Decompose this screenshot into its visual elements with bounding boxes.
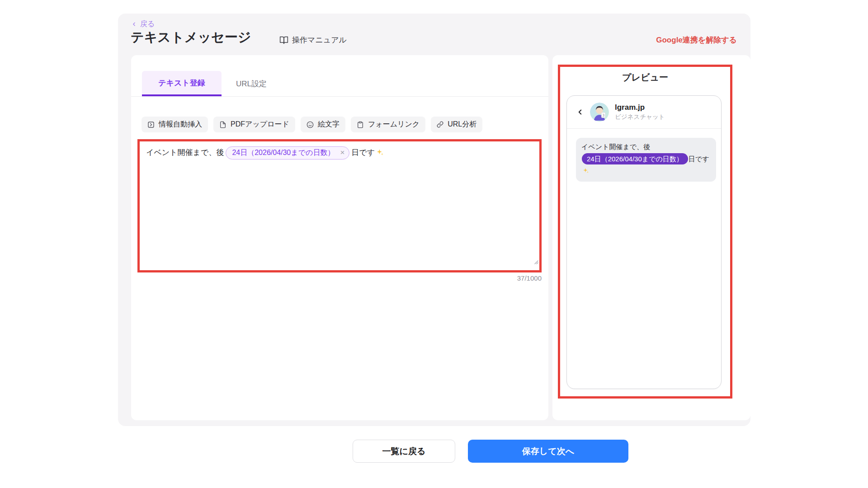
content-card: 戻る テキストメッセージ 操作マニュアル Google連携を解除する テキスト登… <box>118 14 750 426</box>
tab-text-register[interactable]: テキスト登録 <box>142 71 222 96</box>
chat-message-bubble: イベント開催まで、後 24日（2026/04/30までの日数）日です <box>576 138 716 182</box>
back-to-list-button[interactable]: 一覧に戻る <box>353 440 455 463</box>
preview-title: プレビュー <box>560 71 730 84</box>
tab-url-settings[interactable]: URL設定 <box>222 71 281 96</box>
chevron-left-icon <box>131 21 137 27</box>
chat-identity: lgram.jp ビジネスチャット <box>615 103 665 121</box>
message-text-after: 日です <box>351 148 375 157</box>
emoji-icon <box>307 121 314 128</box>
manual-link[interactable]: 操作マニュアル <box>279 35 347 45</box>
auto-insert-label: 情報自動挿入 <box>159 120 202 129</box>
chat-back-chevron-icon <box>576 108 584 116</box>
back-link[interactable]: 戻る <box>131 19 155 29</box>
google-unlink-link[interactable]: Google連携を解除する <box>656 35 737 45</box>
emoji-label: 絵文字 <box>318 120 340 129</box>
chat-account-subtitle: ビジネスチャット <box>615 113 665 121</box>
save-and-next-button[interactable]: 保存して次へ <box>468 440 628 463</box>
tab-bar: テキスト登録 URL設定 <box>131 55 548 97</box>
sparkle-icon <box>376 147 384 161</box>
preview-annotation-box: プレビュー <box>558 65 732 399</box>
url-analysis-icon <box>437 121 443 128</box>
svg-text:3: 3 <box>602 113 604 117</box>
auto-insert-button[interactable]: 情報自動挿入 <box>142 117 208 132</box>
resize-handle[interactable] <box>533 255 538 269</box>
form-link-button[interactable]: フォームリンク <box>351 117 425 132</box>
pdf-upload-label: PDFアップロード <box>231 120 289 129</box>
editor-toolbar: 情報自動挿入 PDFアップロード 絵文字 <box>142 117 548 132</box>
form-link-label: フォームリンク <box>368 120 420 129</box>
chat-preview-frame: 3 lgram.jp ビジネスチャット イベント開催まで、後 24日（2026/… <box>566 95 722 389</box>
book-icon <box>279 36 288 45</box>
chat-account-name: lgram.jp <box>615 103 665 112</box>
message-text-before: イベント開催まで、後 <box>146 148 224 157</box>
chip-close-icon[interactable]: × <box>340 149 344 156</box>
manual-link-label: 操作マニュアル <box>292 35 347 45</box>
chat-header: 3 lgram.jp ビジネスチャット <box>567 96 721 129</box>
bubble-sparkle-icon <box>582 167 589 177</box>
form-link-icon <box>357 121 364 128</box>
variable-chip[interactable]: 24日（2026/04/30までの日数）× <box>226 146 349 160</box>
avatar: 3 <box>590 103 609 122</box>
message-textarea[interactable]: イベント開催まで、後24日（2026/04/30までの日数）×日です <box>137 139 542 272</box>
url-analysis-label: URL分析 <box>448 120 476 129</box>
page-title: テキストメッセージ <box>131 28 251 47</box>
pdf-upload-button[interactable]: PDFアップロード <box>213 117 295 132</box>
pdf-upload-icon <box>219 121 226 128</box>
bubble-text-before: イベント開催まで、後 <box>581 143 650 150</box>
variable-chip-label: 24日（2026/04/30までの日数） <box>232 148 335 158</box>
bubble-variable-pill: 24日（2026/04/30までの日数） <box>582 153 688 164</box>
auto-insert-icon <box>147 121 155 128</box>
url-analysis-button[interactable]: URL分析 <box>431 117 482 132</box>
page: 戻る テキストメッセージ 操作マニュアル Google連携を解除する テキスト登… <box>0 0 868 488</box>
emoji-button[interactable]: 絵文字 <box>301 117 345 132</box>
back-link-label: 戻る <box>140 19 155 29</box>
bubble-text-after: 日です <box>689 155 709 163</box>
char-count: 37/1000 <box>451 274 542 282</box>
